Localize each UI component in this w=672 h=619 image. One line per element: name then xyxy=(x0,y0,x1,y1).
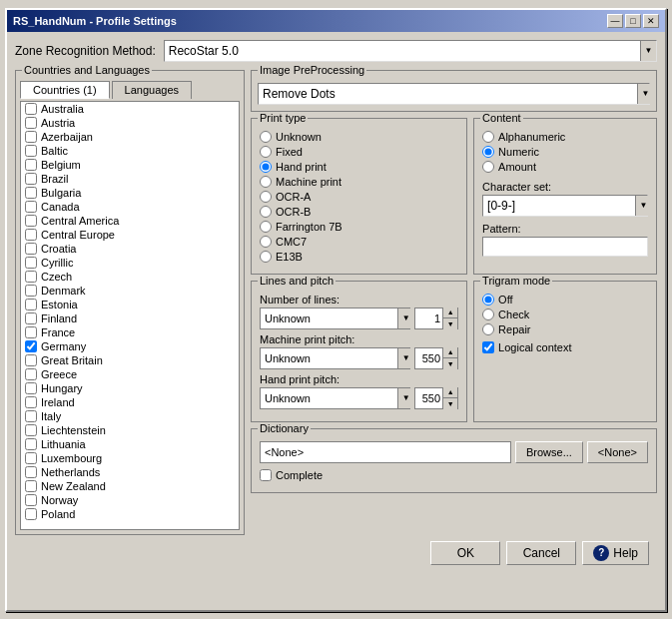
print-type-option[interactable]: Fixed xyxy=(260,146,458,158)
dict-none-button[interactable]: <None> xyxy=(587,441,648,463)
trigram-radio[interactable] xyxy=(482,323,494,335)
list-item[interactable]: Central America xyxy=(21,214,239,228)
country-checkbox[interactable] xyxy=(25,438,37,450)
print-type-radio[interactable] xyxy=(260,191,272,203)
print-type-radio[interactable] xyxy=(260,221,272,233)
content-radio[interactable] xyxy=(482,131,494,143)
list-item[interactable]: Australia xyxy=(21,102,239,116)
list-item[interactable]: Canada xyxy=(21,200,239,214)
content-option[interactable]: Amount xyxy=(482,161,648,173)
print-type-option[interactable]: E13B xyxy=(260,251,458,263)
country-checkbox[interactable] xyxy=(25,508,37,520)
hand-pitch-spinner[interactable]: ▲ ▼ xyxy=(414,387,458,409)
help-button[interactable]: ? Help xyxy=(582,541,649,565)
country-checkbox[interactable] xyxy=(25,187,37,199)
country-checkbox[interactable] xyxy=(25,382,37,394)
tab-countries[interactable]: Countries (1) xyxy=(20,81,110,99)
list-item[interactable]: Azerbaijan xyxy=(21,130,239,144)
list-item[interactable]: Ireland xyxy=(21,395,239,409)
list-item[interactable]: Italy xyxy=(21,409,239,423)
list-item[interactable]: Denmark xyxy=(21,284,239,298)
content-option[interactable]: Alphanumeric xyxy=(482,131,648,143)
print-type-radio[interactable] xyxy=(260,131,272,143)
country-checkbox[interactable] xyxy=(25,215,37,227)
num-lines-spinner[interactable]: ▲ ▼ xyxy=(414,308,458,329)
print-type-radio[interactable] xyxy=(260,236,272,248)
list-item[interactable]: Croatia xyxy=(21,242,239,256)
country-checkbox[interactable] xyxy=(25,410,37,422)
print-type-radio[interactable] xyxy=(260,206,272,218)
cancel-button[interactable]: Cancel xyxy=(506,541,576,565)
country-checkbox[interactable] xyxy=(25,368,37,380)
trigram-radio[interactable] xyxy=(482,309,494,320)
list-item[interactable]: Luxembourg xyxy=(21,451,239,465)
content-radio[interactable] xyxy=(482,146,494,158)
country-checkbox[interactable] xyxy=(25,285,37,297)
close-button[interactable]: ✕ xyxy=(643,14,659,28)
num-lines-down[interactable]: ▼ xyxy=(443,318,457,329)
country-checkbox[interactable] xyxy=(25,424,37,436)
tab-languages[interactable]: Languages xyxy=(112,81,192,99)
country-checkbox[interactable] xyxy=(25,452,37,464)
country-checkbox[interactable] xyxy=(25,159,37,171)
list-item[interactable]: Central Europe xyxy=(21,228,239,242)
country-checkbox[interactable] xyxy=(25,354,37,366)
list-item[interactable]: Finland xyxy=(21,311,239,325)
pattern-input[interactable] xyxy=(482,237,648,257)
country-checkbox[interactable] xyxy=(25,243,37,255)
machine-pitch-input[interactable] xyxy=(415,348,443,368)
ok-button[interactable]: OK xyxy=(430,541,500,565)
num-lines-dropdown[interactable]: Unknown ▼ xyxy=(260,308,410,329)
list-item[interactable]: Greece xyxy=(21,367,239,381)
trigram-option[interactable]: Off xyxy=(482,294,648,306)
country-checkbox[interactable] xyxy=(25,131,37,143)
print-type-option[interactable]: Machine print xyxy=(260,176,458,188)
trigram-option[interactable]: Check xyxy=(482,309,648,320)
machine-pitch-down[interactable]: ▼ xyxy=(443,358,457,369)
country-checkbox[interactable] xyxy=(25,312,37,324)
trigram-radio[interactable] xyxy=(482,294,494,306)
content-radio[interactable] xyxy=(482,161,494,173)
list-item[interactable]: Hungary xyxy=(21,381,239,395)
browse-button[interactable]: Browse... xyxy=(515,441,583,463)
list-item[interactable]: New Zealand xyxy=(21,479,239,493)
country-checkbox[interactable] xyxy=(25,480,37,492)
country-checkbox[interactable] xyxy=(25,340,37,352)
hand-pitch-up[interactable]: ▲ xyxy=(443,387,457,398)
country-checkbox[interactable] xyxy=(25,466,37,478)
country-checkbox[interactable] xyxy=(25,257,37,269)
num-lines-up[interactable]: ▲ xyxy=(443,308,457,318)
print-type-option[interactable]: OCR-B xyxy=(260,206,458,218)
hand-pitch-dropdown[interactable]: Unknown ▼ xyxy=(260,387,410,409)
country-checkbox[interactable] xyxy=(25,271,37,283)
hand-pitch-down[interactable]: ▼ xyxy=(443,398,457,409)
list-item[interactable]: Norway xyxy=(21,493,239,507)
list-item[interactable]: Estonia xyxy=(21,298,239,311)
country-checkbox[interactable] xyxy=(25,117,37,129)
content-option[interactable]: Numeric xyxy=(482,146,648,158)
print-type-option[interactable]: Hand print xyxy=(260,161,458,173)
zone-dropdown[interactable]: RecoStar 5.0 ▼ xyxy=(164,40,657,62)
list-item[interactable]: Poland xyxy=(21,507,239,521)
complete-checkbox[interactable] xyxy=(260,469,272,481)
countries-list[interactable]: AustraliaAustriaAzerbaijanBalticBelgiumB… xyxy=(20,101,240,530)
country-checkbox[interactable] xyxy=(25,201,37,213)
print-type-option[interactable]: OCR-A xyxy=(260,191,458,203)
country-checkbox[interactable] xyxy=(25,173,37,185)
preprocessing-dropdown[interactable]: Remove Dots ▼ xyxy=(258,83,650,105)
print-type-radio[interactable] xyxy=(260,146,272,158)
machine-pitch-spinner[interactable]: ▲ ▼ xyxy=(414,347,458,369)
print-type-radio[interactable] xyxy=(260,176,272,188)
list-item[interactable]: Lithuania xyxy=(21,437,239,451)
country-checkbox[interactable] xyxy=(25,396,37,408)
country-checkbox[interactable] xyxy=(25,229,37,241)
char-set-dropdown[interactable]: [0-9-] ▼ xyxy=(482,195,648,217)
list-item[interactable]: Cyrillic xyxy=(21,256,239,270)
country-checkbox[interactable] xyxy=(25,145,37,157)
list-item[interactable]: Liechtenstein xyxy=(21,423,239,437)
minimize-button[interactable]: — xyxy=(607,14,623,28)
machine-pitch-up[interactable]: ▲ xyxy=(443,347,457,358)
print-type-option[interactable]: CMC7 xyxy=(260,236,458,248)
num-lines-input[interactable] xyxy=(415,309,443,328)
list-item[interactable]: Belgium xyxy=(21,158,239,172)
